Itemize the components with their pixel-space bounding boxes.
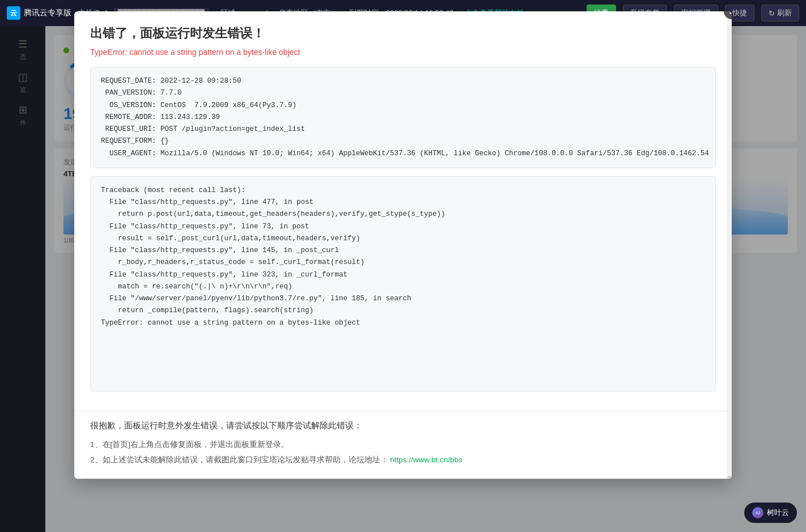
modal-backdrop: ✕ 出错了，面板运行时发生错误！ TypeError: cannot use a… <box>0 0 806 532</box>
step1: 1、在[首页]右上角点击修复面板，并退出面板重新登录。 <box>90 437 716 452</box>
ai-icon: AI <box>752 507 763 518</box>
modal-footer: 很抱歉，面板运行时意外发生错误，请尝试按以下顺序尝试解除此错误： 1、在[首页]… <box>74 411 732 479</box>
footer-title: 很抱歉，面板运行时意外发生错误，请尝试按以下顺序尝试解除此错误： <box>90 420 716 431</box>
scrollbar-track[interactable] <box>727 11 732 479</box>
modal-body: 出错了，面板运行时发生错误！ TypeError: cannot use a s… <box>74 11 732 411</box>
traceback-block: Traceback (most recent call last): File … <box>90 176 716 391</box>
ai-icon-label: AI <box>756 510 761 516</box>
error-modal: ✕ 出错了，面板运行时发生错误！ TypeError: cannot use a… <box>74 11 732 479</box>
modal-error-type: TypeError: cannot use a string pattern o… <box>90 48 716 57</box>
forum-link[interactable]: https://www.bt.cn/bbs <box>390 456 463 464</box>
step2: 2、如上述尝试未能解除此错误，请截图此窗口到宝塔论坛发贴寻求帮助，论坛地址： h… <box>90 452 716 467</box>
request-info-block: REQUEST_DATE: 2022-12-28 09:28:50 PAN_VE… <box>90 67 716 168</box>
scrollbar-thumb[interactable] <box>727 476 732 479</box>
ai-label: 树叶云 <box>767 508 789 518</box>
step2-prefix: 2、如上述尝试未能解除此错误，请截图此窗口到宝塔论坛发贴寻求帮助，论坛地址： <box>90 456 388 464</box>
ai-button[interactable]: AI 树叶云 <box>744 503 797 523</box>
modal-title: 出错了，面板运行时发生错误！ <box>90 25 716 42</box>
